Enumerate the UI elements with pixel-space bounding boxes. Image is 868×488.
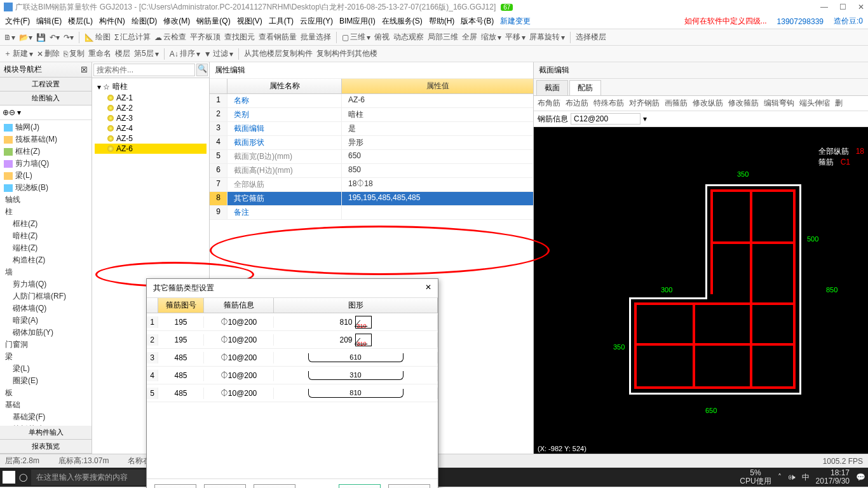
rebar-info-input[interactable] bbox=[571, 113, 641, 125]
prop-row[interactable]: 6截面高(H边)(mm)850 bbox=[210, 164, 533, 178]
minimize-icon[interactable]: — bbox=[820, 3, 828, 11]
grp-door[interactable]: 门窗洞 bbox=[1, 339, 90, 351]
tb-rename[interactable]: 重命名 bbox=[88, 48, 111, 59]
dialog-close-icon[interactable]: ✕ bbox=[425, 283, 431, 294]
prop-row[interactable]: 2类别暗柱 bbox=[210, 108, 533, 122]
section-tool[interactable]: 布边筋 bbox=[566, 98, 588, 109]
close-icon[interactable]: ✕ bbox=[858, 3, 864, 11]
section-tool[interactable]: 修改箍筋 bbox=[728, 98, 759, 109]
section-tool[interactable]: 对齐钢筋 bbox=[629, 98, 660, 109]
menu-draw[interactable]: 绘图(D) bbox=[129, 15, 160, 28]
menu-bim[interactable]: BIM应用(I) bbox=[337, 15, 378, 28]
section-canvas[interactable]: 全部纵筋 18箍筋 C1 350 500 300 850 350 bbox=[534, 127, 868, 454]
grp-column[interactable]: 柱 bbox=[1, 206, 90, 218]
start-icon[interactable] bbox=[3, 471, 15, 484]
tb-pan[interactable]: 平移▾ bbox=[505, 32, 526, 43]
prop-row[interactable]: 1名称AZ-6 bbox=[210, 94, 533, 108]
tb-draw[interactable]: 📐绘图 bbox=[85, 32, 111, 43]
tree-axis[interactable]: 轴网(J) bbox=[1, 121, 90, 133]
grp-foundation[interactable]: 基础 bbox=[1, 399, 90, 411]
item[interactable]: 暗梁(A) bbox=[1, 315, 90, 327]
tb-zoom[interactable]: 缩放▾ bbox=[481, 32, 501, 43]
pane-engineering[interactable]: 工程设置 bbox=[0, 78, 92, 92]
pane-report[interactable]: 报表预览 bbox=[0, 440, 92, 454]
search-button[interactable]: 🔍 bbox=[196, 64, 208, 76]
item[interactable]: 圈梁(E) bbox=[1, 375, 90, 387]
search-hint[interactable]: 如何在软件中定义四级... bbox=[682, 15, 770, 28]
tb-align-top[interactable]: 平齐板顶 bbox=[190, 32, 220, 43]
dropdown-icon[interactable]: ▾ bbox=[643, 114, 647, 123]
open-icon[interactable]: 📂▾ bbox=[19, 33, 32, 42]
prop-row[interactable]: 7全部纵筋18⏀18 bbox=[210, 178, 533, 192]
tray-net-icon[interactable]: 🕪 bbox=[788, 473, 796, 482]
item[interactable]: 梁(L) bbox=[1, 363, 90, 375]
dlg-row[interactable]: 4485⏀10@200310 bbox=[147, 367, 438, 384]
tb-delete[interactable]: ✕删除 bbox=[37, 48, 60, 59]
tb-new[interactable]: ＋新建▾ bbox=[4, 48, 33, 59]
grp-axis[interactable]: 轴线 bbox=[1, 194, 90, 206]
tb-find[interactable]: 查找图元 bbox=[224, 32, 255, 43]
list-item-selected[interactable]: AZ-6 bbox=[95, 144, 207, 154]
prop-row[interactable]: 9备注 bbox=[210, 206, 533, 220]
tb-copy-to-floor[interactable]: 复制构件到其他楼 bbox=[316, 48, 377, 59]
prop-row[interactable]: 5截面宽(B边)(mm)650 bbox=[210, 150, 533, 164]
section-tool[interactable]: 布角筋 bbox=[538, 98, 560, 109]
tb-copy-from-floor[interactable]: 从其他楼层复制构件 bbox=[244, 48, 313, 59]
section-tool[interactable]: 删 bbox=[835, 98, 843, 109]
menu-version[interactable]: 版本号(B) bbox=[458, 15, 496, 28]
section-tool[interactable]: 画箍筋 bbox=[665, 98, 688, 109]
item[interactable]: 框柱(Z) bbox=[1, 218, 90, 230]
cortana-icon[interactable]: ◯ bbox=[19, 473, 27, 482]
save-icon[interactable]: 💾 bbox=[36, 33, 46, 42]
item[interactable]: 人防门框墙(RF) bbox=[1, 290, 90, 302]
tree-beam[interactable]: 梁(L) bbox=[1, 170, 90, 182]
list-item[interactable]: AZ-4 bbox=[95, 123, 207, 133]
pane-single-input[interactable]: 单构件输入 bbox=[0, 426, 92, 440]
tb-top-view[interactable]: 俯视 bbox=[374, 32, 390, 43]
menu-file[interactable]: 文件(F) bbox=[3, 15, 32, 28]
menu-help[interactable]: 帮助(H) bbox=[426, 15, 458, 28]
tb-orbit[interactable]: 动态观察 bbox=[393, 32, 424, 43]
tb-select-floor[interactable]: 选择楼层 bbox=[576, 32, 606, 43]
section-tool[interactable]: 修改纵筋 bbox=[693, 98, 723, 109]
section-tool[interactable]: 端头伸缩 bbox=[799, 98, 830, 109]
list-item[interactable]: AZ-3 bbox=[95, 113, 207, 123]
dlg-row[interactable]: 5485⏀10@200810 bbox=[147, 384, 438, 402]
menu-rebar[interactable]: 钢筋量(Q) bbox=[194, 15, 233, 28]
tb-rotate[interactable]: 屏幕旋转▾ bbox=[529, 32, 565, 43]
menu-component[interactable]: 构件(N) bbox=[97, 15, 128, 28]
item[interactable]: 砌体加筋(Y) bbox=[1, 327, 90, 339]
tb-floor-val[interactable]: 第5层 ▾ bbox=[134, 48, 159, 59]
prop-row[interactable]: 4截面形状异形 bbox=[210, 136, 533, 150]
tb-3d[interactable]: ▢ 三维▾ bbox=[342, 32, 370, 43]
prop-row[interactable]: 3截面编辑是 bbox=[210, 122, 533, 136]
tb-copy[interactable]: ⎘复制 bbox=[64, 48, 85, 59]
redo-icon[interactable]: ↷▾ bbox=[64, 33, 74, 42]
tb-view-rebar[interactable]: 查看钢筋量 bbox=[259, 32, 297, 43]
dlg-delete-button[interactable]: 删除 bbox=[204, 484, 246, 488]
new-icon[interactable]: 🗎▾ bbox=[4, 33, 15, 42]
dlg-ok-button[interactable]: 确定 bbox=[339, 484, 381, 488]
prop-row[interactable]: 8其它箍筋195,195,485,485,485 bbox=[210, 192, 533, 206]
tb-sort[interactable]: A↓排序▾ bbox=[170, 48, 200, 59]
tb-local-3d[interactable]: 局部三维 bbox=[428, 32, 458, 43]
item[interactable]: 端柱(Z) bbox=[1, 242, 90, 254]
menu-edit[interactable]: 编辑(E) bbox=[34, 15, 64, 28]
section-tool[interactable]: 编辑弯钩 bbox=[764, 98, 794, 109]
list-item[interactable]: AZ-5 bbox=[95, 133, 207, 144]
tb-batch-select[interactable]: 批量选择 bbox=[301, 32, 331, 43]
dlg-cancel-button[interactable]: 取消 bbox=[388, 484, 430, 488]
tray-clock[interactable]: 18:172017/9/30 bbox=[816, 469, 850, 485]
tab-rebar[interactable]: 配筋 bbox=[569, 80, 601, 95]
tray-up-icon[interactable]: ˄ bbox=[778, 473, 782, 482]
menu-modify[interactable]: 修改(M) bbox=[161, 15, 193, 28]
tb-sum[interactable]: Σ 汇总计算 bbox=[114, 32, 151, 43]
item[interactable]: 基础梁(F) bbox=[1, 411, 90, 423]
menu-floor[interactable]: 楼层(L) bbox=[65, 15, 95, 28]
grp-wall[interactable]: 墙 bbox=[1, 266, 90, 278]
undo-icon[interactable]: ↶▾ bbox=[50, 33, 60, 42]
dlg-new-button[interactable]: 新建 bbox=[154, 484, 196, 488]
tree-wall[interactable]: 剪力墙(Q) bbox=[1, 158, 90, 170]
dlg-copy-button[interactable]: 复制 bbox=[254, 484, 295, 488]
pane-drawing[interactable]: 绘图输入 bbox=[0, 92, 92, 105]
